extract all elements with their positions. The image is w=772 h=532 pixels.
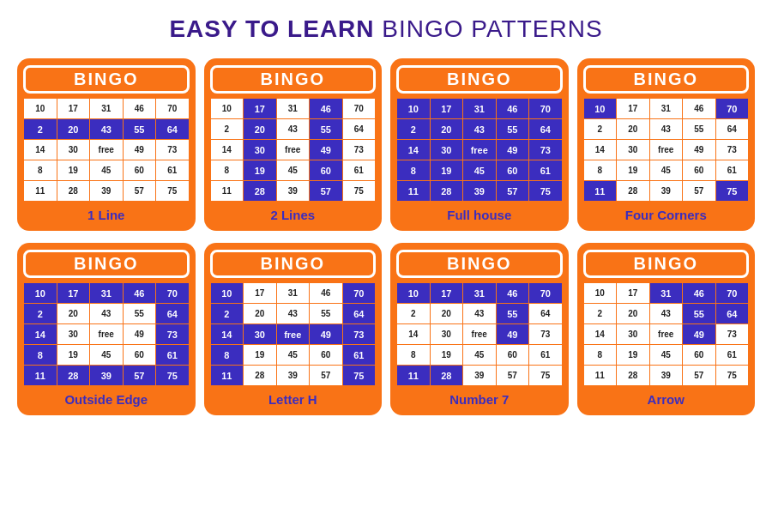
cell-number-7-r0-c4: 70 <box>529 283 563 304</box>
cell-four-corners-r3-c2: 45 <box>649 160 683 181</box>
cell-number-7-r2-c2: free <box>463 324 497 345</box>
card-header-number-7: BINGO <box>396 250 563 278</box>
cell-arrow-r2-c2: free <box>649 324 683 345</box>
cell-full-house-r2-c2: free <box>463 140 497 160</box>
cell-arrow-r0-c1: 17 <box>617 283 650 304</box>
cell-full-house-r3-c1: 19 <box>430 160 463 181</box>
card-one-line: BINGO10173146702204355641430free49738194… <box>17 58 196 231</box>
cell-one-line-r3-c3: 60 <box>123 160 156 181</box>
bingo-grid-four-corners: 10173146702204355641430free4973819456061… <box>583 98 750 202</box>
card-header-two-lines: BINGO <box>210 65 377 94</box>
cell-two-lines-r0-c0: 10 <box>210 99 244 119</box>
cell-outside-edge-r3-c0: 8 <box>24 345 57 366</box>
cell-one-line-r1-c0: 2 <box>24 119 57 140</box>
cell-two-lines-r1-c0: 2 <box>210 119 244 140</box>
cell-full-house-r3-c0: 8 <box>397 160 431 181</box>
cell-outside-edge-r3-c4: 61 <box>156 345 190 366</box>
cell-one-line-r2-c2: free <box>90 140 124 160</box>
cell-four-corners-r3-c0: 8 <box>583 160 617 181</box>
cell-letter-h-r0-c1: 17 <box>244 283 277 304</box>
cell-one-line-r4-c3: 57 <box>123 181 156 202</box>
cell-arrow-r1-c0: 2 <box>583 304 617 324</box>
cell-letter-h-r0-c0: 10 <box>210 283 244 304</box>
card-label-letter-h: Letter H <box>268 392 317 407</box>
cell-two-lines-r4-c2: 39 <box>276 181 310 202</box>
bingo-grid-full-house: 10173146702204355641430free4973819456061… <box>396 98 563 202</box>
cell-number-7-r3-c0: 8 <box>397 345 431 366</box>
cell-letter-h-r3-c2: 45 <box>276 345 310 366</box>
cell-four-corners-r0-c0: 10 <box>583 99 617 119</box>
cell-arrow-r2-c0: 14 <box>583 324 617 345</box>
cell-four-corners-r4-c0: 11 <box>583 181 617 202</box>
cell-one-line-r3-c4: 61 <box>156 160 190 181</box>
cell-arrow-r3-c0: 8 <box>583 345 617 366</box>
cell-outside-edge-r2-c0: 14 <box>24 324 57 345</box>
cell-four-corners-r4-c2: 39 <box>649 181 683 202</box>
cell-letter-h-r0-c2: 31 <box>276 283 310 304</box>
cell-two-lines-r4-c0: 11 <box>210 181 244 202</box>
cell-four-corners-r3-c1: 19 <box>617 160 650 181</box>
cell-four-corners-r2-c2: free <box>649 140 683 160</box>
cell-full-house-r0-c0: 10 <box>397 99 431 119</box>
page-title: EASY TO LEARN BINGO PATTERNS <box>17 15 755 43</box>
cell-two-lines-r3-c1: 19 <box>244 160 277 181</box>
cell-number-7-r1-c0: 2 <box>397 304 431 324</box>
cell-arrow-r3-c4: 61 <box>715 345 749 366</box>
cell-arrow-r3-c2: 45 <box>649 345 683 366</box>
cell-letter-h-r4-c0: 11 <box>210 366 244 386</box>
cell-full-house-r4-c3: 57 <box>496 181 529 202</box>
card-two-lines: BINGO10173146702204355641430free49738194… <box>204 58 383 231</box>
card-header-letter-h: BINGO <box>210 250 377 278</box>
cell-two-lines-r1-c1: 20 <box>244 119 277 140</box>
cell-full-house-r1-c0: 2 <box>397 119 431 140</box>
cell-number-7-r1-c1: 20 <box>430 304 463 324</box>
cell-letter-h-r1-c3: 55 <box>310 304 343 324</box>
cell-one-line-r3-c1: 19 <box>57 160 90 181</box>
card-header-outside-edge: BINGO <box>23 250 190 278</box>
cell-number-7-r1-c3: 55 <box>496 304 529 324</box>
cell-number-7-r3-c1: 19 <box>430 345 463 366</box>
cell-two-lines-r0-c1: 17 <box>244 99 277 119</box>
cell-letter-h-r4-c1: 28 <box>244 366 277 386</box>
cell-number-7-r4-c2: 39 <box>463 366 497 386</box>
cell-outside-edge-r4-c3: 57 <box>123 366 156 386</box>
cell-one-line-r0-c1: 17 <box>57 99 90 119</box>
cell-full-house-r0-c3: 46 <box>496 99 529 119</box>
cell-outside-edge-r4-c4: 75 <box>156 366 190 386</box>
cell-four-corners-r3-c3: 60 <box>683 160 716 181</box>
cell-two-lines-r0-c4: 70 <box>342 99 376 119</box>
cell-arrow-r0-c3: 46 <box>683 283 716 304</box>
cell-outside-edge-r1-c4: 64 <box>156 304 190 324</box>
cell-one-line-r3-c2: 45 <box>90 160 124 181</box>
cell-two-lines-r2-c3: 49 <box>310 140 343 160</box>
card-label-two-lines: 2 Lines <box>270 208 315 222</box>
card-label-one-line: 1 Line <box>87 208 124 222</box>
bingo-grid-arrow: 10173146702204355641430free4973819456061… <box>583 282 750 386</box>
cell-two-lines-r2-c2: free <box>276 140 310 160</box>
cell-full-house-r3-c4: 61 <box>529 160 563 181</box>
card-label-four-corners: Four Corners <box>625 208 707 222</box>
cell-full-house-r4-c1: 28 <box>430 181 463 202</box>
card-label-outside-edge: Outside Edge <box>64 392 148 407</box>
cell-arrow-r3-c3: 60 <box>683 345 716 366</box>
bingo-grid-letter-h: 10173146702204355641430free4973819456061… <box>210 282 377 386</box>
card-header-one-line: BINGO <box>23 65 190 94</box>
cell-two-lines-r1-c2: 43 <box>276 119 310 140</box>
cell-four-corners-r2-c1: 30 <box>617 140 650 160</box>
cell-arrow-r0-c2: 31 <box>649 283 683 304</box>
cell-outside-edge-r0-c4: 70 <box>156 283 190 304</box>
cell-full-house-r3-c3: 60 <box>496 160 529 181</box>
cell-two-lines-r3-c2: 45 <box>276 160 310 181</box>
cell-letter-h-r0-c4: 70 <box>342 283 376 304</box>
cell-number-7-r0-c0: 10 <box>397 283 431 304</box>
cell-full-house-r4-c0: 11 <box>397 181 431 202</box>
cell-outside-edge-r2-c1: 30 <box>57 324 90 345</box>
cell-full-house-r2-c4: 73 <box>529 140 563 160</box>
cell-number-7-r2-c1: 30 <box>430 324 463 345</box>
card-header-full-house: BINGO <box>396 65 563 94</box>
cell-number-7-r0-c3: 46 <box>496 283 529 304</box>
cell-letter-h-r2-c1: 30 <box>244 324 277 345</box>
cell-letter-h-r3-c3: 60 <box>310 345 343 366</box>
cell-four-corners-r2-c4: 73 <box>715 140 749 160</box>
cell-number-7-r4-c0: 11 <box>397 366 431 386</box>
